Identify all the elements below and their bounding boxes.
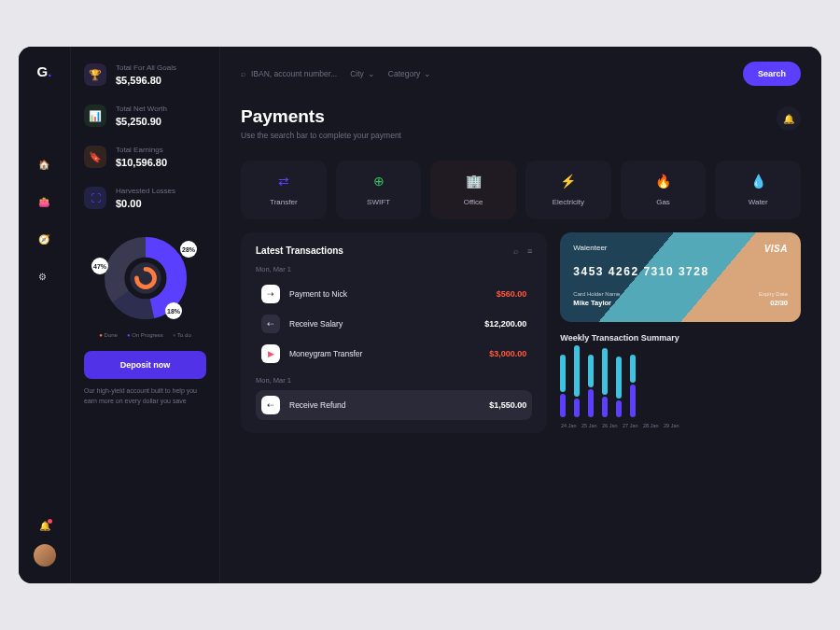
card-brand: VISA [764, 244, 788, 254]
donut-legend: Done On Progress To do [84, 332, 206, 338]
transaction-date: Mon, Mar 1 [256, 376, 532, 385]
wallet-icon[interactable]: 👛 [38, 197, 51, 210]
stat-icon: 📊 [84, 105, 106, 127]
category-grid: ⇄ Transfer ⊕ SWIFT 🏢 Office ⚡ Electricit… [241, 161, 801, 219]
bar-seg-b [560, 394, 566, 417]
stat-icon: 🔖 [84, 146, 106, 168]
swift-icon: ⊕ [373, 174, 385, 189]
goals-donut: 28% 47% 18% [84, 231, 206, 325]
card-holder-label: Card Holder Name [573, 291, 620, 297]
gas-icon: 🔥 [655, 174, 671, 189]
category-gas[interactable]: 🔥 Gas [621, 161, 707, 219]
category-swift[interactable]: ⊕ SWIFT [336, 161, 422, 219]
category-label: Electricity [553, 198, 584, 206]
page-title: Payments [241, 106, 401, 127]
home-icon[interactable]: 🏠 [38, 160, 51, 173]
stat-item: ⛶ Harvested Losses $0.00 [84, 187, 206, 209]
deposit-note: Our high-yield account built to help you… [84, 386, 206, 406]
weekly-summary: Weekly Transaction Summary 24 Jan25 Jan2… [560, 333, 801, 428]
search-icon: ⌕ [241, 69, 245, 78]
city-filter[interactable]: City ⌄ [350, 69, 375, 78]
bar [602, 348, 608, 417]
bar [574, 345, 580, 417]
donut-label-1: 28% [180, 241, 197, 258]
category-electricity[interactable]: ⚡ Electricity [525, 161, 611, 219]
stat-value: $5,250.90 [116, 116, 167, 127]
transfer-icon: ⇄ [278, 174, 289, 189]
search-button[interactable]: Search [743, 62, 801, 86]
stat-item: 📊 Total Net Worth $5,250.90 [84, 105, 206, 127]
settings-icon[interactable]: ⚙ [38, 272, 51, 285]
transaction-date: Mon, Mar 1 [256, 265, 532, 273]
transactions-menu-icon[interactable]: ≡ [527, 246, 532, 256]
stat-label: Total Earnings [116, 146, 167, 154]
stat-label: Total Net Worth [116, 105, 167, 113]
transactions-panel: Latest Transactions ⌕ ≡ Mon, Mar 1 ⇢ Pay… [241, 232, 547, 433]
transactions-search-icon[interactable]: ⌕ [513, 246, 518, 256]
category-filter[interactable]: Category ⌄ [388, 69, 432, 78]
bar-seg-a [574, 345, 580, 397]
transaction-row[interactable]: ⇠ Receive Refund $1,550.00 [256, 390, 532, 420]
bar-seg-b [602, 397, 608, 417]
card-expiry-label: Expiry Date [759, 291, 788, 297]
logo: G. [37, 63, 52, 79]
bar-seg-a [616, 357, 622, 399]
bar-seg-b [588, 389, 594, 417]
avatar[interactable] [34, 544, 56, 567]
bar-seg-b [616, 400, 622, 417]
bar-seg-b [630, 385, 636, 417]
water-icon: 💧 [750, 174, 766, 189]
credit-card[interactable]: Walenteer VISA 3453 4262 7310 3728 Card … [560, 232, 801, 322]
transaction-row[interactable]: ⇠ Receive Salary $12,200.00 [256, 309, 532, 339]
notifications-icon[interactable]: 🔔 [39, 521, 50, 531]
bell-icon: 🔔 [783, 114, 794, 124]
x-label: 25 Jan [581, 423, 597, 428]
transaction-icon: ▶ [261, 344, 280, 363]
category-water[interactable]: 💧 Water [715, 161, 801, 219]
stat-label: Harvested Losses [116, 187, 175, 195]
office-icon: 🏢 [466, 174, 482, 189]
card-number: 3453 4262 7310 3728 [573, 265, 788, 278]
bar [588, 355, 594, 417]
stat-label: Total For All Goals [116, 63, 176, 72]
bar-seg-a [588, 355, 594, 387]
transaction-name: Payment to Nick [289, 289, 347, 299]
x-label: 24 Jan [560, 423, 577, 428]
transactions-title: Latest Transactions [256, 245, 343, 256]
category-label: SWIFT [367, 198, 390, 206]
summary-title: Weekly Transaction Summary [560, 333, 801, 343]
transaction-row[interactable]: ⇢ Payment to Nick $560.00 [256, 279, 532, 309]
category-transfer[interactable]: ⇄ Transfer [241, 161, 327, 219]
nav-items: 🏠 👛 🧭 ⚙ [38, 160, 51, 285]
category-label: Transfer [270, 198, 298, 206]
transaction-amount: $12,200.00 [484, 319, 526, 329]
payments-icon[interactable]: 🧭 [38, 234, 51, 247]
deposit-button[interactable]: Deposit now [84, 351, 206, 379]
search-input[interactable]: ⌕IBAN, account number... [241, 69, 337, 78]
transaction-amount: $560.00 [497, 289, 527, 299]
bar-seg-a [602, 348, 608, 395]
bell-button[interactable]: 🔔 [777, 106, 801, 131]
stat-value: $0.00 [116, 198, 175, 209]
category-office[interactable]: 🏢 Office [430, 161, 516, 219]
transaction-name: Receive Salary [289, 319, 343, 329]
bar-seg-a [630, 355, 636, 383]
category-label: Water [749, 198, 768, 206]
bar-seg-b [574, 399, 580, 417]
category-label: Gas [656, 198, 670, 206]
x-label: 29 Jan [663, 423, 679, 428]
stat-item: 🏆 Total For All Goals $5,596.80 [84, 63, 206, 86]
transaction-name: Receive Refund [289, 400, 345, 410]
transaction-icon: ⇢ [261, 285, 280, 303]
page-subtitle: Use the search bar to complete your paym… [241, 131, 401, 140]
search-bar: ⌕IBAN, account number... City ⌄ Category… [241, 62, 801, 86]
transaction-icon: ⇠ [261, 315, 280, 333]
app-shell: G. 🏠 👛 🧭 ⚙ 🔔 🏆 Total For All Goals $5,59… [19, 47, 821, 583]
transaction-name: Moneygram Transfer [289, 349, 362, 358]
transaction-amount: $1,550.00 [489, 400, 526, 410]
stats-sidebar: 🏆 Total For All Goals $5,596.80 📊 Total … [71, 47, 220, 583]
transaction-row[interactable]: ▶ Moneygram Transfer $3,000.00 [256, 339, 532, 369]
x-label: 27 Jan [622, 423, 638, 428]
stat-value: $5,596.80 [116, 75, 176, 86]
donut-label-2: 47% [91, 258, 108, 274]
